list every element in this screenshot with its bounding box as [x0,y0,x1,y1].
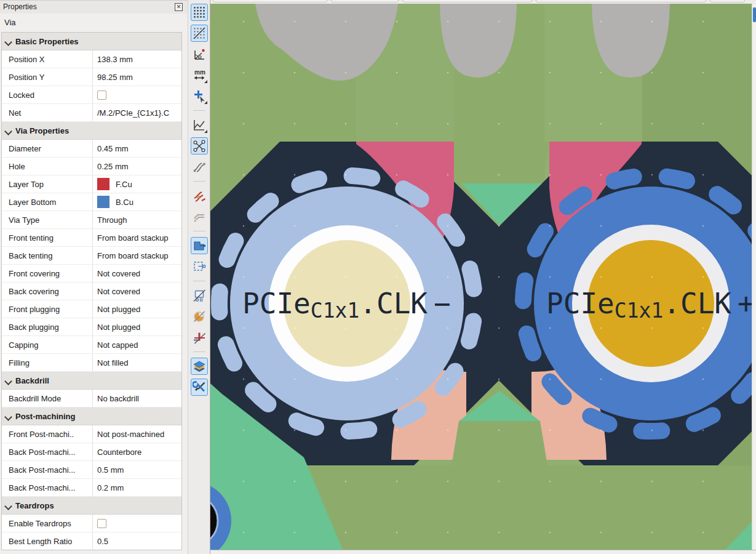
sketch-pads-icon [193,310,206,323]
toolbar-separator [193,351,205,352]
layer-color-swatch [97,196,109,208]
corner-mode-icon [193,210,206,223]
section-header[interactable]: Backdrill [2,372,181,390]
toolbar-sketch-footprints[interactable] [191,287,208,304]
checkbox[interactable] [97,90,106,100]
property-label: Back Post-machi... [2,443,93,460]
property-value[interactable]: 0.5 [93,532,181,550]
property-row: Back pluggingNot plugged [2,318,181,336]
property-checkbox[interactable] [93,515,181,532]
section-header[interactable]: Post-machining [2,407,181,425]
toolbar-curved-tracks[interactable] [191,187,208,204]
property-value[interactable]: 138.3 mm [93,50,181,68]
pcb-canvas-area: PCIeC1x1.CLK− PCIeC1x1.CLK+ [210,0,756,554]
property-value[interactable]: Through [93,211,181,228]
property-row: Position Y98.25 mm [2,68,181,86]
chevron-down-icon [4,413,12,421]
layer-name: B.Cu [116,198,133,207]
property-value[interactable]: 0.5 mm [93,461,181,478]
property-value[interactable]: Not plugged [93,300,181,318]
canvas-vertical-scrollbar[interactable] [752,4,756,550]
property-value[interactable]: Counterbore [93,443,181,460]
toolbar-corner-mode[interactable] [191,208,208,225]
property-row: Position X138.3 mm [2,50,181,68]
section-header[interactable]: Via Properties [2,122,181,140]
property-value[interactable]: 0.2 mm [93,479,181,496]
close-icon[interactable]: ✕ [175,3,183,11]
property-layer-value[interactable]: B.Cu [93,193,181,211]
property-row: Diameter0.45 mm [2,140,181,158]
property-row: Locked [2,86,181,104]
toolbar-grid-overrides[interactable] [191,25,208,42]
scrollbar-thumb[interactable] [753,7,756,22]
zones-filled-icon [193,239,206,252]
property-value[interactable]: /M.2/PCIe_{C1x1}.C [93,104,181,121]
property-value[interactable]: No backdrill [93,390,181,407]
high-contrast-mode-icon [193,359,206,373]
pcb-canvas[interactable]: PCIeC1x1.CLK− PCIeC1x1.CLK+ [210,4,752,550]
property-value[interactable]: 0.25 mm [93,158,181,175]
toolbar-hide-ratsnest[interactable] [191,158,208,175]
property-row: Front coveringNot covered [2,265,181,283]
property-label: Position Y [2,68,93,86]
property-label: Position X [2,50,93,68]
property-row: Backdrill ModeNo backdrill [2,390,181,407]
property-row: Net/M.2/PCIe_{C1x1}.C [2,104,181,122]
sketch-vias-icon [193,331,206,344]
layer-color-swatch [97,178,109,190]
toolbar-sketch-vias[interactable] [191,329,208,346]
toolbar-zones-filled[interactable] [191,237,208,254]
toolbar-polar-coordinates[interactable]: θ [191,46,208,63]
svg-text:mm: mm [194,69,205,76]
property-value[interactable]: 98.25 mm [93,68,181,86]
property-label: Diameter [2,140,93,157]
hide-ratsnest-icon [193,160,206,174]
property-row: FillingNot filled [2,354,181,372]
property-layer-value[interactable]: F.Cu [93,175,181,193]
section-header[interactable]: Teardrops [2,497,181,515]
property-label: Back plugging [2,318,93,335]
show-ratsnest-icon [193,139,206,153]
toolbar-grid-visibility[interactable] [191,4,208,21]
toolbar-show-ratsnest[interactable] [191,137,208,155]
property-row: CappingNot capped [2,336,181,354]
property-label: Back Post-machi... [2,461,93,478]
toolbar-sketch-pads[interactable] [191,308,208,325]
property-label: Capping [2,336,93,353]
property-value[interactable]: Not covered [93,265,181,282]
toolbar-crosshair-style[interactable] [191,87,208,105]
property-row: Back Post-machi...0.2 mm [2,479,181,497]
checkbox[interactable] [97,519,106,528]
property-value[interactable]: Not plugged [93,318,181,335]
polar-coordinates-icon: θ [193,47,206,61]
property-value[interactable]: From board stackup [93,229,181,246]
curved-tracks-icon [193,189,206,203]
property-value[interactable]: Not post-machined [93,425,181,443]
toolbar-properties-panel[interactable] [191,379,208,396]
display-options-toolbar: θmm [188,0,210,554]
section-title: Via Properties [15,126,69,135]
toolbar-units-mm[interactable]: mm [191,66,208,84]
property-value[interactable]: From board stackup [93,247,181,264]
property-value[interactable]: Not capped [93,336,181,353]
toolbar-zones-outline[interactable] [191,258,208,275]
property-label: Hole [2,158,93,175]
toolbar-separator [193,110,205,111]
property-value[interactable]: Not covered [93,283,181,300]
canvas-bottom-edge [210,550,756,554]
section-header[interactable]: Basic Properties [2,33,181,50]
property-value[interactable]: Not filled [93,354,181,371]
property-label: Back covering [2,283,93,300]
chevron-down-icon [4,38,12,46]
property-checkbox[interactable] [93,86,181,103]
toolbar-high-contrast-mode[interactable] [191,358,208,375]
kicad-pcb-editor: { "panel": { "title": "Properties", "clo… [0,0,756,554]
property-label: Front Post-machi.. [2,425,93,443]
section-title: Teardrops [15,501,54,510]
toolbar-ratsnest-mode[interactable] [191,116,208,134]
property-row: Via TypeThrough [2,211,181,229]
property-value[interactable]: 0.45 mm [93,140,181,157]
properties-panel-icon [193,380,206,394]
property-label: Layer Top [2,175,93,193]
property-label: Via Type [2,211,93,228]
